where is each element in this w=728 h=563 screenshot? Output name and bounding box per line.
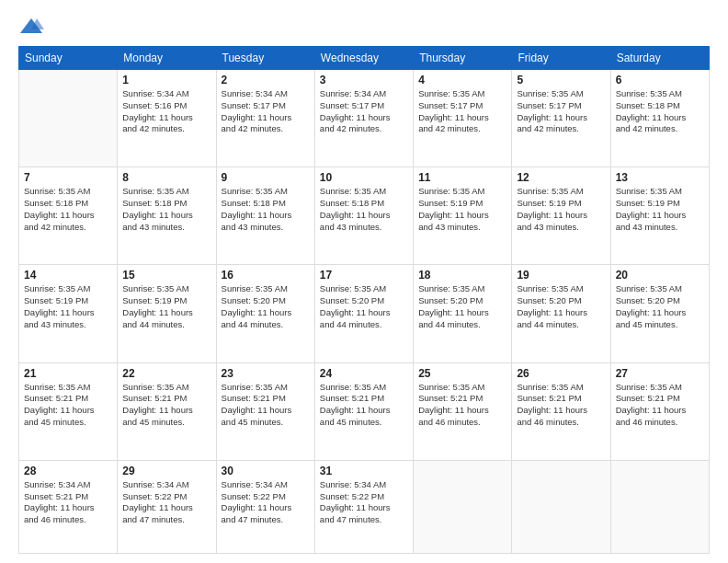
day-info: Sunrise: 5:35 AMSunset: 5:19 PMDaylight:… — [616, 186, 704, 233]
day-cell: 1Sunrise: 5:34 AMSunset: 5:16 PMDaylight… — [118, 70, 216, 167]
day-number: 26 — [517, 367, 605, 380]
logo-icon — [18, 17, 44, 37]
day-info: Sunrise: 5:35 AMSunset: 5:21 PMDaylight:… — [517, 382, 605, 429]
weekday-header-tuesday: Tuesday — [216, 47, 314, 70]
day-info: Sunrise: 5:34 AMSunset: 5:16 PMDaylight:… — [122, 88, 210, 135]
day-info: Sunrise: 5:35 AMSunset: 5:21 PMDaylight:… — [122, 382, 210, 429]
day-number: 9 — [222, 171, 310, 184]
day-cell: 8Sunrise: 5:35 AMSunset: 5:18 PMDaylight… — [118, 167, 216, 265]
day-number: 5 — [517, 74, 605, 86]
day-cell — [19, 70, 118, 167]
day-cell: 11Sunrise: 5:35 AMSunset: 5:19 PMDayligh… — [414, 167, 512, 265]
day-cell — [414, 460, 512, 553]
day-number: 19 — [517, 269, 605, 282]
day-number: 11 — [418, 171, 506, 184]
day-info: Sunrise: 5:35 AMSunset: 5:20 PMDaylight:… — [517, 283, 605, 330]
day-cell: 13Sunrise: 5:35 AMSunset: 5:19 PMDayligh… — [610, 167, 709, 265]
day-cell: 17Sunrise: 5:35 AMSunset: 5:20 PMDayligh… — [314, 265, 413, 362]
day-cell: 20Sunrise: 5:35 AMSunset: 5:20 PMDayligh… — [610, 265, 709, 362]
day-number: 25 — [418, 367, 506, 380]
day-info: Sunrise: 5:35 AMSunset: 5:18 PMDaylight:… — [616, 88, 704, 135]
header — [18, 17, 710, 37]
week-row-3: 14Sunrise: 5:35 AMSunset: 5:19 PMDayligh… — [19, 265, 710, 362]
day-number: 10 — [320, 171, 408, 184]
day-number: 20 — [616, 269, 704, 282]
day-info: Sunrise: 5:35 AMSunset: 5:21 PMDaylight:… — [24, 382, 112, 429]
week-row-1: 1Sunrise: 5:34 AMSunset: 5:16 PMDaylight… — [19, 70, 710, 167]
day-info: Sunrise: 5:34 AMSunset: 5:22 PMDaylight:… — [222, 479, 310, 526]
day-cell: 21Sunrise: 5:35 AMSunset: 5:21 PMDayligh… — [19, 362, 118, 460]
day-info: Sunrise: 5:35 AMSunset: 5:18 PMDaylight:… — [24, 186, 112, 233]
week-row-5: 28Sunrise: 5:34 AMSunset: 5:21 PMDayligh… — [19, 460, 710, 553]
day-cell: 10Sunrise: 5:35 AMSunset: 5:18 PMDayligh… — [314, 167, 413, 265]
page: SundayMondayTuesdayWednesdayThursdayFrid… — [0, 0, 728, 563]
day-info: Sunrise: 5:35 AMSunset: 5:20 PMDaylight:… — [320, 283, 408, 330]
day-info: Sunrise: 5:35 AMSunset: 5:21 PMDaylight:… — [616, 382, 704, 429]
day-cell: 15Sunrise: 5:35 AMSunset: 5:19 PMDayligh… — [118, 265, 216, 362]
day-cell: 29Sunrise: 5:34 AMSunset: 5:22 PMDayligh… — [118, 460, 216, 553]
day-info: Sunrise: 5:34 AMSunset: 5:22 PMDaylight:… — [122, 479, 210, 526]
day-number: 23 — [222, 367, 310, 380]
day-number: 18 — [418, 269, 506, 282]
day-info: Sunrise: 5:35 AMSunset: 5:21 PMDaylight:… — [320, 382, 408, 429]
day-info: Sunrise: 5:34 AMSunset: 5:21 PMDaylight:… — [24, 479, 112, 526]
day-info: Sunrise: 5:35 AMSunset: 5:20 PMDaylight:… — [418, 283, 506, 330]
day-cell: 26Sunrise: 5:35 AMSunset: 5:21 PMDayligh… — [512, 362, 610, 460]
day-number: 3 — [320, 74, 408, 86]
day-number: 24 — [320, 367, 408, 380]
day-cell: 31Sunrise: 5:34 AMSunset: 5:22 PMDayligh… — [314, 460, 413, 553]
day-number: 14 — [24, 269, 112, 282]
day-info: Sunrise: 5:35 AMSunset: 5:19 PMDaylight:… — [24, 283, 112, 330]
week-row-2: 7Sunrise: 5:35 AMSunset: 5:18 PMDaylight… — [19, 167, 710, 265]
day-cell: 2Sunrise: 5:34 AMSunset: 5:17 PMDaylight… — [216, 70, 314, 167]
day-cell: 28Sunrise: 5:34 AMSunset: 5:21 PMDayligh… — [19, 460, 118, 553]
logo-text — [18, 17, 46, 37]
day-cell: 9Sunrise: 5:35 AMSunset: 5:18 PMDaylight… — [216, 167, 314, 265]
day-cell — [610, 460, 709, 553]
day-number: 12 — [517, 171, 605, 184]
day-info: Sunrise: 5:34 AMSunset: 5:17 PMDaylight:… — [222, 88, 310, 135]
day-number: 31 — [320, 465, 408, 477]
day-info: Sunrise: 5:35 AMSunset: 5:21 PMDaylight:… — [222, 382, 310, 429]
day-info: Sunrise: 5:35 AMSunset: 5:17 PMDaylight:… — [418, 88, 506, 135]
day-number: 17 — [320, 269, 408, 282]
day-cell: 18Sunrise: 5:35 AMSunset: 5:20 PMDayligh… — [414, 265, 512, 362]
day-info: Sunrise: 5:35 AMSunset: 5:20 PMDaylight:… — [222, 283, 310, 330]
day-number: 2 — [222, 74, 310, 86]
day-info: Sunrise: 5:35 AMSunset: 5:19 PMDaylight:… — [122, 283, 210, 330]
day-cell: 30Sunrise: 5:34 AMSunset: 5:22 PMDayligh… — [216, 460, 314, 553]
weekday-header-thursday: Thursday — [414, 47, 512, 70]
day-info: Sunrise: 5:35 AMSunset: 5:19 PMDaylight:… — [517, 186, 605, 233]
day-cell: 23Sunrise: 5:35 AMSunset: 5:21 PMDayligh… — [216, 362, 314, 460]
day-info: Sunrise: 5:35 AMSunset: 5:17 PMDaylight:… — [517, 88, 605, 135]
day-number: 1 — [122, 74, 210, 86]
calendar: SundayMondayTuesdayWednesdayThursdayFrid… — [18, 46, 710, 554]
day-info: Sunrise: 5:34 AMSunset: 5:17 PMDaylight:… — [320, 88, 408, 135]
weekday-header-saturday: Saturday — [610, 47, 709, 70]
day-number: 27 — [616, 367, 704, 380]
day-number: 6 — [616, 74, 704, 86]
day-info: Sunrise: 5:35 AMSunset: 5:21 PMDaylight:… — [418, 382, 506, 429]
day-info: Sunrise: 5:35 AMSunset: 5:18 PMDaylight:… — [320, 186, 408, 233]
day-number: 8 — [122, 171, 210, 184]
day-cell: 6Sunrise: 5:35 AMSunset: 5:18 PMDaylight… — [610, 70, 709, 167]
day-cell: 22Sunrise: 5:35 AMSunset: 5:21 PMDayligh… — [118, 362, 216, 460]
day-number: 16 — [222, 269, 310, 282]
day-number: 7 — [24, 171, 112, 184]
day-number: 29 — [122, 465, 210, 477]
day-cell: 27Sunrise: 5:35 AMSunset: 5:21 PMDayligh… — [610, 362, 709, 460]
day-cell: 4Sunrise: 5:35 AMSunset: 5:17 PMDaylight… — [414, 70, 512, 167]
day-number: 30 — [222, 465, 310, 477]
day-cell: 5Sunrise: 5:35 AMSunset: 5:17 PMDaylight… — [512, 70, 610, 167]
day-cell: 7Sunrise: 5:35 AMSunset: 5:18 PMDaylight… — [19, 167, 118, 265]
day-number: 13 — [616, 171, 704, 184]
day-number: 22 — [122, 367, 210, 380]
day-cell: 16Sunrise: 5:35 AMSunset: 5:20 PMDayligh… — [216, 265, 314, 362]
day-cell: 14Sunrise: 5:35 AMSunset: 5:19 PMDayligh… — [19, 265, 118, 362]
day-cell: 24Sunrise: 5:35 AMSunset: 5:21 PMDayligh… — [314, 362, 413, 460]
day-info: Sunrise: 5:34 AMSunset: 5:22 PMDaylight:… — [320, 479, 408, 526]
day-number: 4 — [418, 74, 506, 86]
day-cell: 12Sunrise: 5:35 AMSunset: 5:19 PMDayligh… — [512, 167, 610, 265]
day-number: 15 — [122, 269, 210, 282]
day-cell: 3Sunrise: 5:34 AMSunset: 5:17 PMDaylight… — [314, 70, 413, 167]
